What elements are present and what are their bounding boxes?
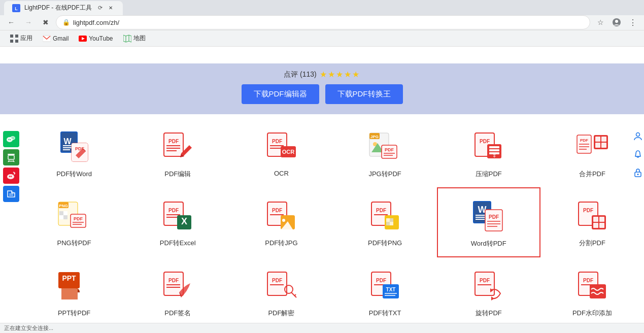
svg-rect-90 <box>59 215 63 219</box>
svg-rect-137 <box>599 223 604 228</box>
svg-rect-70 <box>489 146 499 148</box>
tool-label-ppt-to-pdf: PPT转PDF <box>58 309 90 318</box>
profile-button[interactable] <box>609 15 624 29</box>
tool-item-pdf-edit[interactable]: PDF PDF编辑 <box>126 118 229 187</box>
back-button[interactable]: ← <box>4 15 18 29</box>
svg-text:PDF: PDF <box>480 139 490 144</box>
bookmark-star-button[interactable]: ☆ <box>593 15 607 29</box>
tool-item-merge-pdf[interactable]: PDF 合并PDF <box>540 118 644 187</box>
refresh-button[interactable]: ✖ <box>39 15 53 29</box>
svg-text:PDF: PDF <box>74 216 83 221</box>
svg-rect-6 <box>10 40 13 43</box>
svg-text:PDF: PDF <box>583 278 593 283</box>
tool-item-png-to-pdf[interactable]: PNG PDF PNG转PDF <box>22 187 126 257</box>
active-tab[interactable]: L LightPDF - 在线PDF工具 ⟳ ✕ <box>4 1 123 15</box>
browser-toolbar: ← → ✖ 🔒 lightpdf.com/zh/ ☆ ⋮ <box>0 15 644 30</box>
svg-text:PDF: PDF <box>480 278 490 283</box>
bookmark-gmail[interactable]: Gmail <box>39 34 73 44</box>
tool-icon-jpg-to-pdf: JPG PDF <box>367 129 403 164</box>
weibo-button[interactable] <box>3 168 19 184</box>
weibo-icon <box>6 171 16 181</box>
tool-icon-merge-pdf: PDF <box>574 129 610 164</box>
svg-text:⇕: ⇕ <box>492 153 496 158</box>
tool-label-jpg-to-pdf: JPG转PDF <box>368 170 401 179</box>
tool-label-pdf-watermark: PDF水印添加 <box>572 309 612 318</box>
tool-icon-pdf-to-txt: PDF TXT <box>367 268 403 304</box>
svg-text:PDF: PDF <box>489 214 499 220</box>
tab-close-button[interactable]: ✕ <box>107 4 115 12</box>
tool-icon-pdf-watermark: PDF <box>574 268 610 304</box>
svg-text:L: L <box>15 6 18 11</box>
address-bar[interactable]: 🔒 lightpdf.com/zh/ <box>56 15 590 29</box>
status-bar: 正在建立安全连接... <box>0 323 644 333</box>
svg-text:OCR: OCR <box>282 149 295 155</box>
svg-text:X: X <box>181 216 187 226</box>
url-text: lightpdf.com/zh/ <box>73 19 119 26</box>
tool-label-pdf-edit: PDF编辑 <box>164 170 191 179</box>
tool-item-pdf-to-jpg[interactable]: PDF PDF转JPG <box>229 187 333 257</box>
douban-button[interactable] <box>3 149 19 165</box>
svg-text:PDF: PDF <box>385 147 394 152</box>
tool-item-compress-pdf[interactable]: PDF ⇕ 压缩PDF <box>437 118 540 187</box>
tool-item-pdf-to-txt[interactable]: PDF TXT PDF转TXT <box>333 257 437 326</box>
svg-rect-160 <box>475 272 494 295</box>
menu-button[interactable]: ⋮ <box>626 15 640 29</box>
tool-label-rotate-pdf: 旋转PDF <box>476 309 502 318</box>
bookmark-youtube[interactable]: YouTube <box>75 34 117 44</box>
svg-text:PDF: PDF <box>168 278 179 283</box>
download-converter-button[interactable]: 下载PDF转换王 <box>325 84 403 104</box>
tool-item-ocr[interactable]: PDF OCR OCR <box>229 118 333 187</box>
tab-title: LightPDF - 在线PDF工具 <box>24 4 92 12</box>
svg-text:PDF: PDF <box>168 139 179 144</box>
tool-icon-rotate-pdf: PDF <box>471 268 506 304</box>
right-lock-button[interactable] <box>633 168 643 178</box>
tool-label-pdf-to-word: PDF转Word <box>56 170 92 179</box>
tool-item-rotate-pdf[interactable]: PDF 旋转PDF <box>437 257 540 326</box>
tool-item-pdf-decrypt[interactable]: PDF PDF解密 <box>229 257 333 326</box>
browser-chrome: L LightPDF - 在线PDF工具 ⟳ ✕ ← → ✖ 🔒 lightpd… <box>0 0 644 30</box>
tool-icon-pdf-to-excel: PDF X <box>160 198 195 234</box>
tool-label-ocr: OCR <box>274 170 289 177</box>
svg-rect-71 <box>489 149 499 151</box>
svg-text:PDF: PDF <box>580 138 588 143</box>
svg-point-15 <box>9 139 10 140</box>
wechat-button[interactable] <box>3 131 19 147</box>
youtube-icon <box>79 35 87 43</box>
tool-item-pdf-sign[interactable]: PDF PDF签名 <box>126 257 229 326</box>
tool-item-pdf-to-png[interactable]: PDF PDF转PNG <box>333 187 437 257</box>
tool-item-ppt-to-pdf[interactable]: PPT PPT转PDF <box>22 257 126 326</box>
right-person-button[interactable] <box>633 131 643 141</box>
tool-icon-word-to-pdf: W PDF <box>471 198 506 234</box>
svg-point-30 <box>636 133 640 137</box>
tool-item-pdf-watermark[interactable]: PDF PDF水印添加 <box>540 257 644 326</box>
loading-spinner: ⟳ <box>98 5 103 11</box>
svg-point-108 <box>282 219 285 222</box>
svg-rect-135 <box>599 217 604 222</box>
tool-icon-pdf-decrypt: PDF <box>263 268 299 304</box>
svg-marker-165 <box>491 296 494 301</box>
tool-icon-ppt-to-pdf: PPT <box>56 268 92 304</box>
tool-item-word-to-pdf[interactable]: W PDF Word转PDF <box>437 187 540 257</box>
hero-section: 点评 (113) ★★★★★ 下载PDF编辑器 下载PDF转换王 <box>0 63 644 114</box>
download-editor-button[interactable]: 下载PDF编辑器 <box>242 84 319 104</box>
svg-rect-115 <box>386 218 390 222</box>
svg-text:PDF: PDF <box>376 278 386 283</box>
svg-rect-81 <box>601 137 606 142</box>
tool-item-split-pdf[interactable]: PDF 分割PDF <box>540 187 644 257</box>
status-text: 正在建立安全连接... <box>4 324 53 332</box>
tools-grid: W PDF PDF转Word PDF PDF编辑 <box>22 118 644 326</box>
tool-item-pdf-to-excel[interactable]: PDF X PDF转Excel <box>126 187 229 257</box>
svg-rect-134 <box>593 217 598 222</box>
bookmark-maps[interactable]: 地图 <box>119 33 150 44</box>
apps-label: 应用 <box>20 34 32 43</box>
bookmark-apps[interactable]: 应用 <box>6 33 37 44</box>
forward-button[interactable]: → <box>21 15 36 29</box>
svg-point-19 <box>13 138 14 139</box>
toolbar-actions: ☆ ⋮ <box>593 15 640 29</box>
note-button[interactable] <box>3 186 19 202</box>
tool-item-pdf-to-word[interactable]: W PDF PDF转Word <box>22 118 126 187</box>
right-bell-button[interactable] <box>633 149 643 159</box>
svg-rect-145 <box>267 272 287 295</box>
tool-item-jpg-to-pdf[interactable]: JPG PDF JPG转PDF <box>333 118 437 187</box>
svg-rect-89 <box>63 211 67 215</box>
